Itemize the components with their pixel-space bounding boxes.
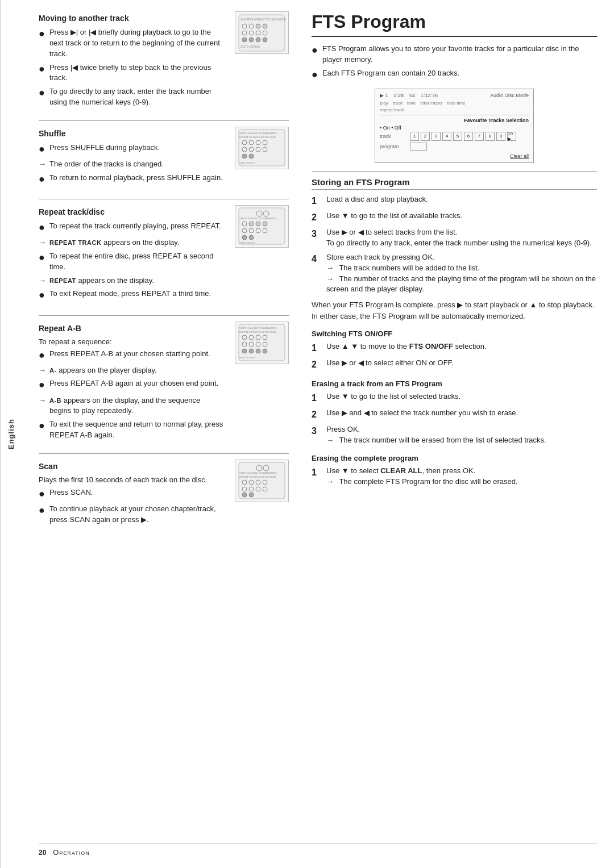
divider: [312, 171, 597, 172]
list-item: 1 Use ▼ to select CLEAR ALL, then press …: [312, 466, 597, 487]
bullet-text: Each FTS Program can contain 20 tracks.: [322, 68, 459, 79]
section-shuffle-content: Shuffle ● Press SHUFFLE during playback.…: [39, 127, 289, 191]
step-number: 3: [312, 424, 322, 437]
fts-track-label-top: track: [393, 101, 403, 106]
switching-steps: 1 Use ▲ ▼ to move to the FTS ON/OFF sele…: [312, 341, 597, 371]
svg-point-42: [249, 235, 254, 240]
sidebar: English: [0, 0, 22, 868]
remote-image-repeat: SHUFFLE ANGLE TYCLEAN AUDIO: [235, 205, 289, 248]
bullet-text: The order of the tracks is changed.: [49, 159, 164, 170]
svg-text:REPEAT REPEAT SHUFFLE SCAN: REPEAT REPEAT SHUFFLE SCAN: [239, 136, 276, 139]
fts-program-label: program: [380, 144, 405, 149]
fts-program-row: program: [380, 143, 529, 151]
page-wrapper: English Moving to another track ● Press …: [0, 0, 614, 868]
fts-clear-all-btn[interactable]: Clear all: [380, 153, 529, 159]
svg-point-12: [256, 37, 260, 42]
scan-text: Scan Plays the first 10 seconds of each …: [39, 460, 223, 530]
divider: [39, 315, 289, 316]
step-text: Use ▼ to go to the list of selected trac…: [326, 391, 460, 402]
fts-track-7[interactable]: 7: [475, 132, 484, 141]
fts-track-label: track: [380, 133, 405, 139]
arrow-icon: →: [326, 477, 334, 486]
svg-point-27: [249, 154, 254, 158]
fts-track-10[interactable]: 10 ▶: [507, 132, 516, 141]
fts-track-1[interactable]: 1: [410, 132, 419, 141]
bullet-text: To repeat the track currently playing, p…: [49, 221, 221, 232]
section-repeat-ab: Repeat A-B To repeat a sequence: ● Press…: [39, 322, 289, 445]
step-text: Use ▼ to go to the list of available tra…: [326, 211, 462, 222]
fts-total-time-label: total time: [447, 101, 465, 106]
list-item: 1 Use ▲ ▼ to move to the FTS ON/OFF sele…: [312, 341, 597, 354]
list-item: → A- appears on the player display.: [39, 365, 223, 376]
repeat-track-title: Repeat track/disc: [39, 207, 223, 216]
fts-screen-header: ▶ 1 2:28 54 1:12:76 Audio Disc Mode: [380, 93, 529, 98]
bullet-icon: ●: [39, 377, 45, 392]
list-item: → REPEAT TRACK appears on the display.: [39, 237, 223, 248]
list-item: → A-B appears on the display, and the se…: [39, 395, 223, 417]
section-switching: Switching FTS ON/OFF 1 Use ▲ ▼ to move t…: [312, 329, 597, 371]
fts-track-4[interactable]: 4: [442, 132, 451, 141]
list-item: 2 Use ▶ or ◀ to select either ON or OFF.: [312, 358, 597, 371]
footer: 20 Operation: [39, 843, 597, 857]
step-text: Store each track by pressing OK. → The t…: [326, 252, 597, 295]
section-repeat-ab-content: Repeat A-B To repeat a sequence: ● Press…: [39, 322, 289, 445]
section-moving-track: Moving to another track ● Press ▶| or |◀…: [39, 11, 289, 112]
moving-track-bullets: ● Press ▶| or |◀ briefly during playback…: [39, 27, 223, 108]
fts-track-9[interactable]: 9: [496, 132, 505, 141]
fts-track-8[interactable]: 8: [486, 132, 495, 141]
fts-track-2[interactable]: 2: [421, 132, 430, 141]
fts-program-input[interactable]: [410, 143, 427, 151]
right-column: FTS Program ● FTS Program allows you to …: [312, 11, 597, 834]
step-number: 2: [312, 408, 322, 421]
list-item: 2 Use ▼ to go to the list of available t…: [312, 211, 597, 224]
arrow-icon: →: [39, 159, 46, 170]
svg-point-41: [242, 235, 247, 240]
remote-svg-ab: SHUFFLE ANGLE TYCLEAN AUDIO REPEAT REPEA…: [238, 323, 286, 362]
fts-screen: ▶ 1 2:28 54 1:12:76 Audio Disc Mode play…: [375, 89, 534, 163]
list-item: 3 Press OK. → The track number will be e…: [312, 424, 597, 446]
list-item: ● Press |◀ twice briefly to step back to…: [39, 62, 223, 84]
storing-steps: 1 Load a disc and stop playback. 2 Use ▼…: [312, 194, 597, 295]
step-number: 2: [312, 358, 322, 371]
list-item: 4 Store each track by pressing OK. → The…: [312, 252, 597, 295]
arrow-icon: →: [39, 237, 46, 248]
fts-play-label: play: [380, 101, 388, 106]
step-number: 2: [312, 211, 322, 224]
fts-clear-all-label[interactable]: Clear all: [510, 153, 529, 159]
remote-image-scan: SHUFFLE ANGLE TYCLEAN AUDIO REPEAT REPEA…: [235, 460, 289, 502]
list-item: ● To continue playback at your chosen ch…: [39, 504, 223, 525]
arrow-icon: →: [326, 264, 334, 272]
fts-track-6[interactable]: 6: [464, 132, 473, 141]
bullet-text: Press SCAN.: [49, 487, 93, 498]
list-item: ● Each FTS Program can contain 20 tracks…: [312, 68, 597, 82]
fts-divider: [380, 115, 529, 115]
list-item: ● FTS Program allows you to store your f…: [312, 44, 597, 65]
svg-text:SHUFFLE ANGLE TYCLEAN AUDIO: SHUFFLE ANGLE TYCLEAN AUDIO: [240, 18, 286, 21]
bullet-text: Press |◀ twice briefly to step back to t…: [49, 62, 223, 84]
svg-point-35: [256, 222, 260, 226]
shuffle-title: Shuffle: [39, 129, 223, 138]
list-item: ● To exit Repeat mode, press REPEAT a th…: [39, 289, 223, 302]
svg-text:SHUFFLE ANGLE TYCLEAN AUDIO: SHUFFLE ANGLE TYCLEAN AUDIO: [239, 132, 277, 135]
svg-point-36: [263, 222, 267, 226]
fts-intro-bullets: ● FTS Program allows you to store your f…: [312, 44, 597, 82]
list-item: → The order of the tracks is changed.: [39, 159, 223, 170]
section-erasing-program: Erasing the complete program 1 Use ▼ to …: [312, 454, 597, 487]
bullet-text: To exit Repeat mode, press REPEAT a thir…: [49, 289, 211, 299]
bullet-icon: ●: [39, 486, 45, 501]
storing-note: When your FTS Program is complete, press…: [312, 299, 597, 322]
svg-point-57: [256, 349, 260, 353]
bullet-text: To exit the sequence and return to norma…: [49, 419, 223, 441]
remote-image-shuffle: SHUFFLE ANGLE TYCLEAN AUDIO REPEAT REPEA…: [235, 127, 289, 169]
erasing-program-steps: 1 Use ▼ to select CLEAR ALL, then press …: [312, 466, 597, 487]
list-item: 3 Use ▶ or ◀ to select tracks from the l…: [312, 227, 597, 249]
fts-track-3[interactable]: 3: [432, 132, 441, 141]
remote-svg-repeat: SHUFFLE ANGLE TYCLEAN AUDIO: [238, 207, 286, 245]
fts-total-tracks-label: totalTracks: [420, 101, 442, 106]
scan-title: Scan: [39, 462, 223, 471]
main-content: Moving to another track ● Press ▶| or |◀…: [22, 0, 614, 868]
svg-text:REPEAT REPEAT SHUFFLE SCAN: REPEAT REPEAT SHUFFLE SCAN: [239, 331, 276, 333]
step-text: Use ▼ to select CLEAR ALL, then press OK…: [326, 466, 518, 487]
fts-track-5[interactable]: 5: [453, 132, 462, 141]
list-item: ● To repeat the track currently playing,…: [39, 221, 223, 235]
